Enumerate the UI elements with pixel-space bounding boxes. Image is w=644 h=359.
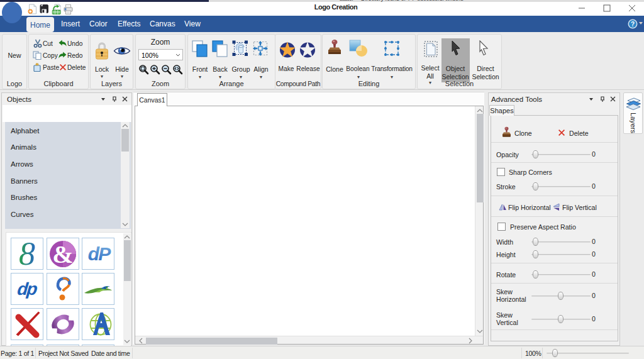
svg-text:&: & bbox=[52, 240, 73, 268]
svg-text:8: 8 bbox=[19, 238, 35, 269]
svg-text:?: ? bbox=[631, 21, 635, 28]
svg-text:dP: dP bbox=[88, 243, 111, 264]
svg-text:dp: dp bbox=[14, 279, 40, 299]
